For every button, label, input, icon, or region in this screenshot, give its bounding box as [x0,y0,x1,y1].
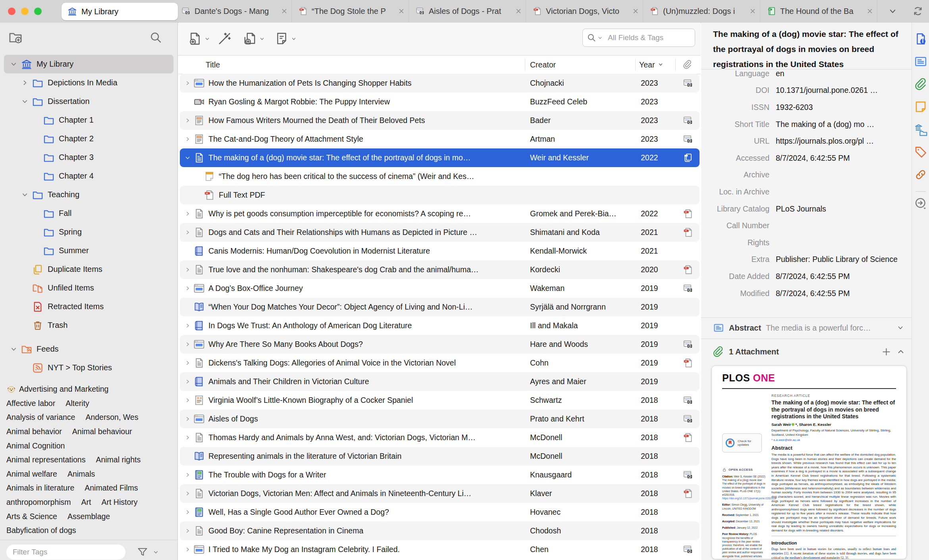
tag-animal-welfare[interactable]: Animal welfare [6,470,57,479]
table-row[interactable]: Animals and Their Children in Victorian … [180,372,700,391]
search-box[interactable] [582,29,695,47]
collapse-section-icon[interactable] [896,347,905,356]
expander-icon[interactable] [185,80,193,87]
close-icon[interactable] [632,7,640,15]
expander-icon[interactable] [21,191,32,198]
new-note-button[interactable] [274,31,297,46]
expander-icon[interactable] [185,229,193,236]
field-value[interactable]: PLoS Journals [776,204,826,214]
table-row[interactable]: Ryan Gosling & Margot Robbie: The Puppy … [180,92,700,111]
expander-icon[interactable] [185,527,193,535]
sidebar-item-chapter-3[interactable]: Chapter 3 [4,148,173,167]
expander-icon[interactable] [185,378,193,385]
attachment-preview[interactable]: PLOS ONE RESEARCH ARTICLE The making of … [711,366,907,559]
table-row[interactable]: The Trouble with Dogs for a WriterKnausg… [180,466,700,484]
collection-search-icon[interactable] [149,31,162,44]
item-pane-tab-notes[interactable] [914,100,927,114]
filter-tags-input[interactable] [6,545,125,560]
chevron-down-icon[interactable] [152,549,159,556]
tag-animal-cognition[interactable]: Animal Cognition [6,441,65,450]
tag-animated-films[interactable]: Animated Films [85,483,138,493]
table-row[interactable]: Full Text PDF [180,186,700,204]
sidebar-item-chapter-2[interactable]: Chapter 2 [4,129,173,148]
search-input[interactable] [607,33,691,42]
table-row[interactable]: Why is pet goods consumption imperceptib… [180,204,700,223]
expander-icon[interactable] [185,490,193,497]
expander-icon[interactable] [185,154,193,162]
tag-animal-representations[interactable]: Animal representations [6,455,85,464]
expander-icon[interactable] [10,61,21,68]
expander-icon[interactable] [10,346,21,353]
field-value[interactable]: 8/7/2024, 6:42:55 PM [776,153,850,164]
sidebar-item-duplicate-items[interactable]: Duplicate Items [4,260,173,279]
add-by-identifier-button[interactable] [217,31,232,46]
field-value[interactable]: Publisher: Public Library of Science [776,254,898,265]
chevron-down-icon[interactable] [888,6,898,16]
field-value[interactable]: 1932-6203 [776,102,813,113]
table-row[interactable]: How Famous Writers Mourned the Death of … [180,111,700,130]
table-row[interactable]: Dogs and Cats and Their Relationships wi… [180,223,700,242]
expander-icon[interactable] [185,210,193,217]
close-icon[interactable] [515,7,522,15]
item-pane-tab-tags[interactable] [914,145,927,159]
close-icon[interactable] [397,7,405,15]
table-row[interactable]: Representing animals in the literature o… [180,447,700,466]
table-row[interactable]: The Cat-and-Dog Theory of Attachment Sty… [180,130,700,148]
expander-icon[interactable] [185,434,193,441]
table-row[interactable]: Well, Has a Single Good Author Ever Owne… [180,503,700,522]
tag-anthropomorphism[interactable]: anthropomorphism [6,498,71,507]
expander-icon[interactable] [185,416,193,423]
add-attachment-plus-icon[interactable] [881,346,892,357]
table-row[interactable]: “When Your Dog Matches Your Decor”: Obje… [180,298,700,316]
sidebar-item-summer[interactable]: Summer [4,241,173,260]
tag-animal-behavior[interactable]: Animal behavior [6,427,62,436]
tag-animals[interactable]: Animals [67,470,95,479]
tag-animals-in-literature[interactable]: Animals in literature [6,483,74,493]
item-pane-tab-locate[interactable] [914,196,927,210]
tag-advertising-and-marketing[interactable]: Advertising and Marketing [6,384,108,394]
table-row[interactable]: Thomas Hardy and Animals by Anna West, a… [180,428,700,447]
field-value[interactable]: en [776,69,784,79]
item-pane-tab-libraries-collections[interactable] [914,123,927,136]
table-row[interactable]: Canis Modernis: Human/Dog Coevolution in… [180,242,700,260]
table-row[interactable]: In Dogs We Trust: An Anthology of Americ… [180,316,700,335]
table-row[interactable]: Virginia Woolf’s Little-Known Biography … [180,391,700,410]
tab-aisles-of-dogs-prat[interactable]: Aisles of Dogs - Prat [409,0,526,22]
tag-animal-rights[interactable]: Animal rights [96,455,141,464]
expander-icon[interactable] [185,546,193,553]
expander-icon[interactable] [185,509,193,516]
tab-dante-s-dogs-mang[interactable]: Dante's Dogs - Mang [175,0,292,22]
sidebar-item-chapter-1[interactable]: Chapter 1 [4,111,173,129]
sidebar-item-trash[interactable]: Trash [4,316,173,335]
sidebar-item-chapter-4[interactable]: Chapter 4 [4,167,173,185]
sidebar-item-unfiled-items[interactable]: Unfiled Items [4,279,173,297]
table-row[interactable]: A Dog’s Box-Office JourneyWakeman2019 [180,279,700,298]
tag-anderson-wes[interactable]: Anderson, Wes [85,413,138,422]
table-row[interactable]: Dickens's Talking Dogs: Allegories of An… [180,354,700,372]
chevron-down-icon[interactable] [896,324,904,332]
expander-icon[interactable] [185,360,193,367]
table-row[interactable]: Why Are There So Many Books About Dogs?H… [180,335,700,354]
table-row[interactable]: True love and the nonhuman: Shakespeare'… [180,260,700,279]
field-value[interactable]: 8/7/2024, 6:42:55 PM [776,271,850,282]
table-row[interactable]: “The dog hero has been critical to the s… [180,167,700,186]
sidebar-item-retracted-items[interactable]: Retracted Items [4,297,173,316]
abstract-section[interactable]: Abstract The media is a powerful forc… [701,318,912,338]
table-row[interactable]: How the Humanization of Pets Is Changing… [180,74,700,92]
tab-the-hound-of-the-ba[interactable]: The Hound of the Ba [760,0,877,22]
tab-my-library[interactable]: My Library [62,3,178,20]
filter-funnel-icon[interactable] [137,546,148,558]
column-header-title[interactable]: Title [206,60,220,69]
tab-victorian-dogs-victo[interactable]: Victorian Dogs, Victo [526,0,643,22]
sidebar-item-depictions-in-media[interactable]: Depictions In Media [4,73,173,92]
tag-art[interactable]: Art [81,498,91,507]
attachments-section-header[interactable]: 1 Attachment [701,341,912,363]
expander-icon[interactable] [185,266,193,273]
sidebar-item-spring[interactable]: Spring [4,223,173,241]
tag-affective-labor[interactable]: Affective labor [6,399,55,408]
sync-icon[interactable] [912,6,923,17]
column-header-year[interactable]: Year [639,60,664,69]
expander-icon[interactable] [185,117,193,124]
expander-icon[interactable] [185,341,193,348]
item-pane-tab-abstract[interactable] [914,55,927,68]
